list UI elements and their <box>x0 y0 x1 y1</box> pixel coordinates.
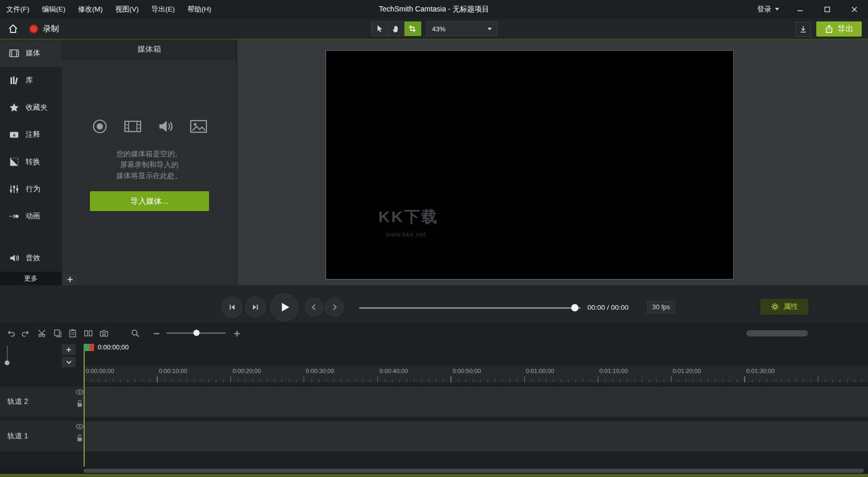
sidebar-item-library[interactable]: 库 <box>0 67 62 94</box>
crop-tool-button[interactable] <box>404 21 421 36</box>
paste-button[interactable] <box>66 327 79 340</box>
sidebar-item-media[interactable]: 媒体 <box>0 40 62 67</box>
jump-forward-button[interactable] <box>325 298 344 317</box>
canvas-zoom-value: 43% <box>432 25 446 33</box>
empty-state-icons <box>62 118 237 135</box>
ruler-label: 0:00:50;00 <box>453 368 481 374</box>
pan-tool-button[interactable] <box>388 21 404 36</box>
jump-back-button[interactable] <box>305 298 323 317</box>
timeline-corner <box>0 343 84 387</box>
sidebar-more-button[interactable]: 更多 <box>0 272 62 285</box>
scissors-icon <box>38 329 47 338</box>
undo-icon <box>6 329 16 338</box>
menu-item-edit[interactable]: 编辑(E) <box>36 0 72 18</box>
sidebar-item-behaviors[interactable]: 行为 <box>0 176 62 203</box>
add-media-button[interactable] <box>63 274 77 285</box>
export-button[interactable]: 导出 <box>816 21 862 37</box>
selection-out-marker[interactable] <box>89 344 94 351</box>
menu-item-file[interactable]: 文件(F) <box>0 0 36 18</box>
cut-button[interactable] <box>36 327 49 340</box>
watermark: KK下载 www.kkx.net <box>378 206 438 238</box>
sidebar-item-audio-effects[interactable]: 音效 <box>0 245 62 272</box>
media-bin-panel: 媒体箱 您的媒体箱是空的。 屏幕录制和导入的 媒体将显示在此处。 导入媒体... <box>62 40 237 285</box>
collapse-tracks-button[interactable] <box>62 357 76 367</box>
track-lane[interactable] <box>84 421 868 451</box>
behaviors-icon <box>9 184 19 194</box>
minimize-button[interactable] <box>786 0 814 18</box>
next-frame-button[interactable] <box>245 297 266 318</box>
sidebar-item-favorites[interactable]: 收藏夹 <box>0 94 62 121</box>
ruler-label: 0:01:30;00 <box>746 368 774 374</box>
zoom-out-button[interactable] <box>149 327 163 340</box>
timeline-horizontal-scrollbar[interactable] <box>0 468 868 474</box>
sidebar-item-annotations[interactable]: a 注释 <box>0 121 62 148</box>
unlock-icon[interactable] <box>76 434 83 442</box>
cursor-icon <box>375 25 384 33</box>
camera-icon <box>99 329 109 338</box>
previous-frame-button[interactable] <box>222 297 242 318</box>
annotation-icon: a <box>9 130 19 140</box>
menu-item-view[interactable]: 视图(V) <box>109 0 145 18</box>
playhead[interactable] <box>84 351 85 467</box>
sign-in-button[interactable]: 登录 <box>750 0 786 18</box>
eye-icon[interactable] <box>76 424 84 429</box>
sidebar-item-transitions[interactable]: 转换 <box>0 148 62 176</box>
sidebar-item-animations[interactable]: 动画 <box>0 203 62 230</box>
home-button[interactable] <box>5 22 21 36</box>
selection-in-marker[interactable] <box>84 344 89 351</box>
ruler-label: 0:00:10;00 <box>159 368 187 374</box>
playback-slider-thumb[interactable] <box>571 304 578 311</box>
timeline-scroll-handle[interactable] <box>746 330 808 336</box>
scrollbar-handle[interactable] <box>84 469 864 473</box>
download-button[interactable] <box>795 22 811 37</box>
editing-canvas[interactable]: KK下载 www.kkx.net <box>237 40 868 285</box>
ruler-label: 0:00:00;00 <box>86 368 114 374</box>
redo-button[interactable] <box>19 327 32 340</box>
sidebar-item-label: 库 <box>26 76 33 85</box>
play-button[interactable] <box>270 293 298 321</box>
add-track-button[interactable] <box>62 344 76 355</box>
zoom-in-button[interactable] <box>230 327 244 340</box>
undo-button[interactable] <box>4 327 18 340</box>
preview-frame[interactable]: KK下载 www.kkx.net <box>326 50 734 280</box>
video-clip-icon <box>124 118 142 135</box>
properties-button[interactable]: 属性 <box>760 299 808 315</box>
menu-item-modify[interactable]: 修改(M) <box>72 0 109 18</box>
zoom-tool-button[interactable] <box>129 327 142 340</box>
menu-item-help[interactable]: 帮助(H) <box>181 0 218 18</box>
playback-slider[interactable] <box>359 307 581 309</box>
import-media-button[interactable]: 导入媒体... <box>90 191 209 211</box>
maximize-icon <box>824 6 830 13</box>
track-lane[interactable] <box>84 387 868 417</box>
canvas-zoom-select[interactable]: 43% <box>426 21 497 36</box>
chevron-left-icon <box>310 304 318 311</box>
track-row: 轨道 2 <box>0 387 868 417</box>
menu-item-export[interactable]: 导出(E) <box>145 0 181 18</box>
timeline-toolbar <box>0 323 868 343</box>
redo-icon <box>21 329 30 338</box>
track-name: 轨道 2 <box>7 387 28 417</box>
maximize-button[interactable] <box>814 0 841 18</box>
record-button[interactable]: 录制 <box>25 21 63 37</box>
sidebar-item-label: 行为 <box>26 184 40 194</box>
unlock-icon[interactable] <box>76 400 83 408</box>
timeline-zoom-slider[interactable] <box>166 332 226 334</box>
crop-icon <box>408 25 416 33</box>
eye-icon[interactable] <box>76 389 84 395</box>
copy-button[interactable] <box>51 327 65 340</box>
snapshot-button[interactable] <box>97 327 111 340</box>
library-icon <box>9 75 19 86</box>
close-icon <box>851 6 858 13</box>
more-label: 更多 <box>24 274 38 283</box>
close-button[interactable] <box>841 0 868 18</box>
track-header: 轨道 2 <box>0 387 84 417</box>
minus-icon <box>153 330 160 337</box>
minimize-icon <box>797 6 803 13</box>
media-bin-header: 媒体箱 <box>62 40 237 60</box>
main-toolbar: 录制 43% 导出 <box>0 18 868 40</box>
track-height-knob[interactable] <box>5 360 9 365</box>
timeline-zoom-thumb[interactable] <box>193 330 200 336</box>
split-button[interactable] <box>82 327 95 340</box>
select-tool-button[interactable] <box>371 21 388 36</box>
timeline-ruler[interactable]: 0:00:00;00 0:00:10;00 0:00:20;00 0:00:30… <box>84 366 868 382</box>
